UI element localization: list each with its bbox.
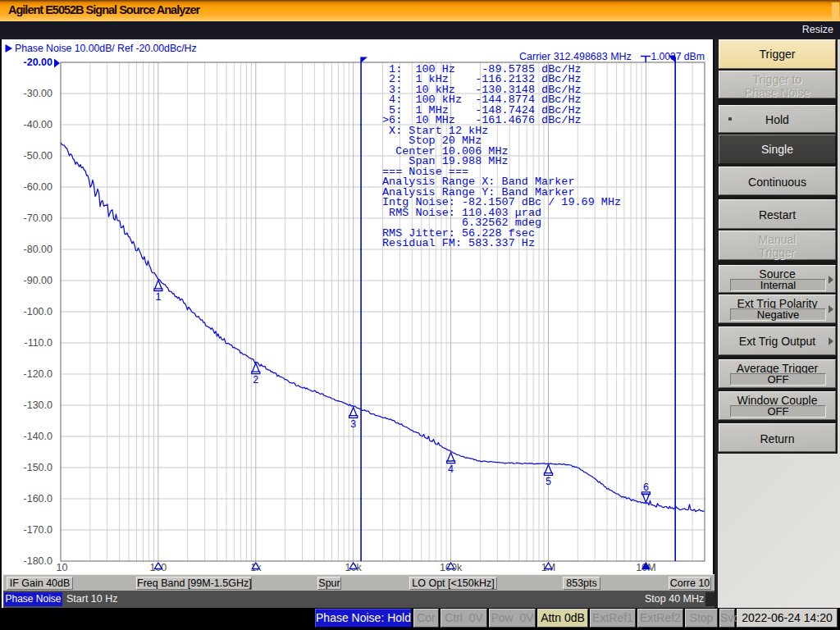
svg-text:100k: 100k	[440, 562, 463, 573]
svg-text:2: 2	[253, 374, 258, 386]
svg-text:3: 3	[350, 418, 356, 430]
svg-text:1M: 1M	[541, 562, 555, 573]
svg-text:1: 1	[155, 291, 161, 303]
svg-text:10: 10	[57, 562, 68, 573]
svg-text:5: 5	[546, 476, 551, 487]
svg-text:1k: 1k	[250, 562, 262, 573]
svg-text:10M: 10M	[636, 562, 655, 573]
svg-text:4: 4	[448, 463, 454, 475]
svg-text:100: 100	[149, 562, 167, 573]
svg-text:10k: 10k	[345, 562, 363, 573]
svg-text:6: 6	[643, 482, 649, 493]
